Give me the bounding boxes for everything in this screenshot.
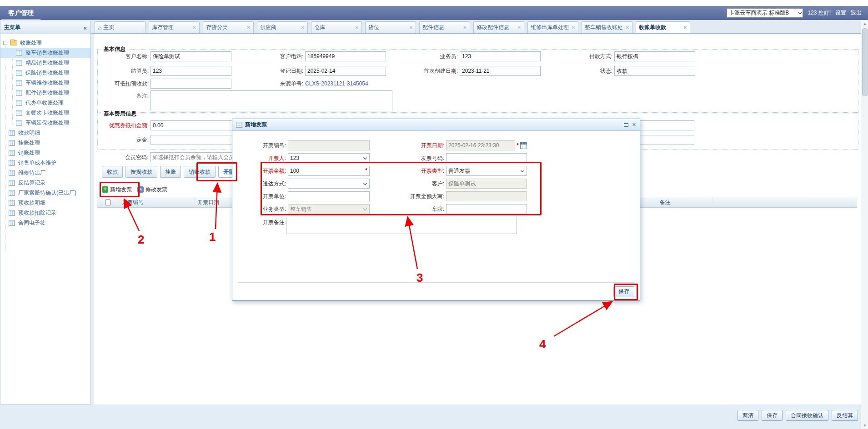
sidebar-item[interactable]: 套餐次卡收账处理 [0, 108, 90, 118]
tab-close-icon[interactable]: ✕ [683, 25, 687, 30]
tenant-select[interactable]: 卡派云车商演示-标准版B [727, 8, 803, 18]
tab-close-icon[interactable]: ✕ [463, 25, 467, 30]
sidebar-item[interactable]: 收款明细 [0, 128, 90, 138]
document-tab[interactable]: ⌂ 存货分类 ✕ [203, 21, 254, 33]
register-date-field[interactable] [305, 66, 386, 76]
payment-tab[interactable]: 销账收款 [184, 166, 216, 178]
invoice-type-select[interactable]: 普通发票 [446, 166, 527, 176]
sidebar-item[interactable]: 挂账处理 [0, 138, 90, 148]
bottom-action-button[interactable]: 保存 [762, 410, 783, 421]
scrollbar-thumb[interactable] [862, 28, 868, 96]
add-invoice-button[interactable]: + 新增发票 [102, 186, 132, 194]
source-order-label: 来源单号: [252, 80, 305, 88]
scroll-up-icon[interactable]: ▲ [861, 20, 868, 27]
document-tab[interactable]: ⌂ 整车销售收账处 ✕ [582, 21, 632, 33]
invoice-date-field[interactable] [446, 140, 515, 150]
sidebar-item[interactable]: 厂家索赔待确认(已出厂) [0, 188, 90, 198]
tab-close-icon[interactable]: ✕ [247, 25, 251, 30]
delivery-select[interactable] [288, 179, 370, 189]
sidebar-item[interactable]: 配件销售收账处理 [0, 88, 90, 98]
sidebar-item[interactable]: 维修待出厂 [0, 168, 90, 178]
bottom-action-button[interactable]: 两清 [738, 410, 758, 421]
sidebar-item[interactable]: 车辆维修收账处理 [0, 78, 90, 88]
invoice-number-field[interactable] [446, 153, 527, 163]
document-tab[interactable]: ⌂ 供应商 ✕ [257, 21, 308, 33]
nav-item[interactable]: 维修管理 [1, 0, 41, 7]
chevron-down-icon [798, 10, 802, 14]
restore-window-icon[interactable] [624, 123, 628, 127]
nav-item[interactable]: 客户管理 [1, 7, 41, 19]
sidebar-item-label: 代办单收账处理 [25, 99, 64, 107]
salesman-field[interactable] [460, 51, 541, 61]
dialog-header[interactable]: 新增发票 ✕ [232, 119, 640, 131]
document-tab[interactable]: ⌂ 配件信息 ✕ [419, 21, 470, 33]
edit-invoice-button[interactable]: ✎ 修改发票 [137, 186, 167, 194]
document-tab[interactable]: ⌂ 主页 ✕ [95, 21, 146, 33]
tab-close-icon[interactable]: ✕ [572, 25, 575, 30]
document-tab[interactable]: ⌂ 货位 ✕ [365, 21, 416, 33]
bottom-action-button[interactable]: 反结算 [832, 410, 858, 421]
sidebar-item[interactable]: 车辆延保收账处理 [0, 118, 90, 128]
sidebar-item[interactable]: 销账处理 [0, 148, 90, 158]
sidebar-item[interactable]: 合同电子签 [0, 218, 90, 228]
source-order-link[interactable]: CLXS-20231121-3145054 [305, 80, 368, 87]
sidebar-item[interactable]: 保险销售收账处理 [0, 68, 90, 78]
dialog-form: 开票编号: 开票日期: * 开票人: 123 发票号码: 开票金额: * 开票类… [256, 140, 527, 234]
amount-caps-label: 开票金额大写: [371, 193, 444, 200]
sidebar-item[interactable]: 销售单成本维护 [0, 158, 90, 168]
pay-method-field[interactable] [614, 51, 695, 61]
vertical-scrollbar[interactable]: ▲ ▼ [861, 20, 868, 429]
document-tab[interactable]: ⌂ 仓库 ✕ [311, 21, 362, 33]
tab-close-icon[interactable]: ✕ [193, 25, 196, 30]
document-tab[interactable]: ⌂ 收账单收款 ✕ [636, 21, 690, 33]
sidebar-folder-receivables[interactable]: 收账处理 [0, 38, 90, 48]
settings-link[interactable]: 设置 [835, 9, 846, 17]
sidebar-item[interactable]: 代办单收账处理 [0, 98, 90, 108]
customer-phone-field[interactable] [305, 51, 386, 61]
remark-field[interactable] [151, 90, 392, 111]
sidebar-item[interactable]: 精品销售收账处理 [0, 58, 90, 68]
payment-tab[interactable]: 按揭收款 [125, 166, 157, 178]
tab-close-icon[interactable]: ✕ [355, 25, 359, 30]
close-icon[interactable]: ✕ [632, 122, 636, 127]
payment-tab[interactable]: 收款 [102, 166, 123, 178]
sidebar-item[interactable]: 预收款扣除记录 [0, 208, 90, 218]
invoice-unit-field[interactable] [288, 191, 370, 201]
first-created-date-field[interactable] [460, 66, 541, 76]
settler-field[interactable] [151, 66, 231, 76]
tab-close-icon[interactable]: ✕ [626, 25, 629, 30]
tree-collapse-icon[interactable] [3, 41, 7, 45]
customer-phone-label: 客户电话: [252, 53, 305, 60]
deductible-prepay-field[interactable] [151, 79, 231, 89]
sidebar-item[interactable]: 反结算记录 [0, 178, 90, 188]
issuer-select[interactable]: 123 [288, 153, 370, 163]
logout-link[interactable]: 退出 [851, 9, 862, 17]
tab-label: 主页 [103, 24, 142, 31]
grid-icon [9, 220, 15, 226]
customer-name-field[interactable] [151, 51, 231, 61]
bottom-action-button[interactable]: 合同接收确认 [786, 410, 828, 421]
amount-field[interactable] [288, 166, 370, 176]
plate-field[interactable] [446, 204, 527, 214]
sidebar-title: 主菜单 [4, 24, 20, 31]
scroll-down-icon[interactable]: ▼ [861, 422, 868, 429]
sidebar-item[interactable]: 整车销售收账处理 [0, 48, 90, 58]
tab-label: 配件信息 [422, 24, 462, 31]
document-tab[interactable]: ⌂ 修改配件信息 ✕ [473, 21, 524, 33]
invoice-number-label: 发票号码: [371, 155, 444, 162]
save-button[interactable]: 保存 [613, 286, 634, 297]
select-all-checkbox[interactable] [105, 200, 111, 205]
document-tab[interactable]: ⌂ 维修出库单处理 ✕ [527, 21, 578, 33]
calendar-icon[interactable] [520, 142, 527, 149]
document-tab[interactable]: ⌂ 库存管理 ✕ [149, 21, 200, 33]
payment-tab[interactable]: 挂账 [160, 166, 181, 178]
basic-info-section: 基本信息 客户名称: 客户电话: 业务员: 付款方式: 结算员: 登记日期: 首… [97, 49, 858, 113]
tab-close-icon[interactable]: ✕ [409, 25, 413, 30]
settler-label: 结算员: [98, 67, 151, 75]
sidebar-collapse-button[interactable]: « [83, 24, 87, 31]
sidebar-item[interactable]: 预收款明细 [0, 198, 90, 208]
invoice-remark-field[interactable] [286, 217, 517, 234]
tab-close-icon[interactable]: ✕ [301, 25, 305, 30]
tab-close-icon[interactable]: ✕ [517, 25, 521, 30]
status-field[interactable] [614, 66, 695, 76]
